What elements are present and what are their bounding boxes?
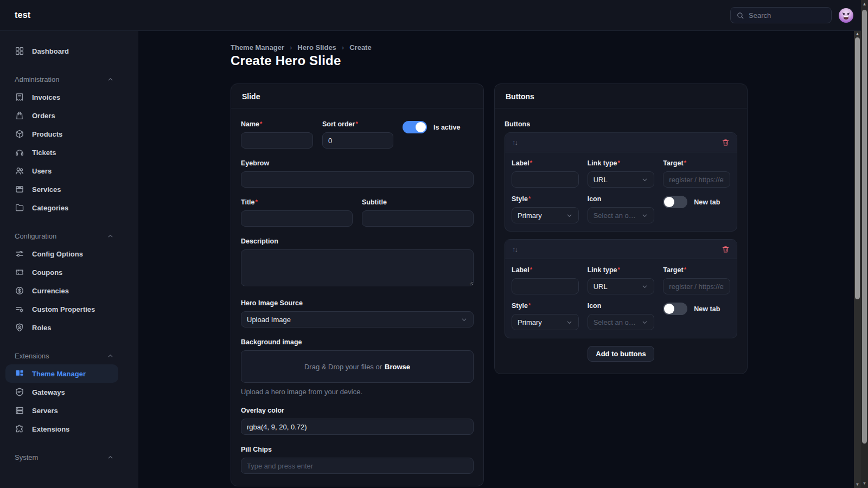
sidebar-item-dashboard[interactable]: Dashboard xyxy=(0,42,124,60)
link-type-select[interactable]: URL xyxy=(588,278,655,294)
name-field[interactable] xyxy=(241,132,313,149)
sidebar-item-products[interactable]: Products xyxy=(0,125,124,143)
search-input[interactable]: Search xyxy=(730,7,832,23)
button-item: ↑↓ Label* Link type* UR xyxy=(505,132,737,232)
breadcrumb-theme-manager[interactable]: Theme Manager xyxy=(231,43,284,52)
new-tab-toggle[interactable] xyxy=(663,196,687,208)
style-label: Style* xyxy=(512,195,579,203)
topbar: test Search xyxy=(0,0,861,31)
is-active-label: Is active xyxy=(433,124,460,131)
pill-chips-label: Pill Chips xyxy=(241,446,474,453)
window-scrollbar[interactable]: ▲ ▼ xyxy=(861,0,868,488)
sidebar-item-config-options[interactable]: Config Options xyxy=(0,245,124,263)
pill-chips-field[interactable] xyxy=(241,458,474,474)
target-field[interactable] xyxy=(663,171,730,188)
app-logo[interactable]: test xyxy=(15,10,30,20)
sidebar-item-servers[interactable]: Servers xyxy=(0,401,124,420)
services-icon xyxy=(15,184,24,194)
breadcrumb-separator: › xyxy=(342,43,344,52)
sidebar-item-label: Categories xyxy=(32,204,68,212)
sidebar-item-services[interactable]: Services xyxy=(0,180,124,198)
scrollbar-up-icon[interactable]: ▲ xyxy=(861,2,868,7)
label-field[interactable] xyxy=(512,171,579,188)
target-label: Target* xyxy=(663,266,730,274)
main-content: Theme Manager › Hero Slides › Create Cre… xyxy=(138,31,861,488)
sort-order-label: Sort order* xyxy=(322,120,393,128)
buttons-group-label: Buttons xyxy=(505,120,737,128)
sidebar-item-tickets[interactable]: Tickets xyxy=(0,143,124,162)
style-select[interactable]: Primary xyxy=(512,314,579,330)
breadcrumb-create[interactable]: Create xyxy=(349,43,371,52)
eyebrow-label: Eyebrow xyxy=(241,159,474,167)
sidebar-item-label: Currencies xyxy=(32,287,69,295)
layout-icon xyxy=(15,369,24,378)
is-active-toggle[interactable] xyxy=(403,121,427,133)
label-field[interactable] xyxy=(512,278,579,294)
buttons-card-title: Buttons xyxy=(495,84,747,108)
new-tab-toggle[interactable] xyxy=(663,303,687,315)
trash-icon[interactable] xyxy=(722,245,730,253)
avatar[interactable] xyxy=(839,8,853,23)
sidebar-item-invoices[interactable]: Invoices xyxy=(0,88,124,106)
headset-icon xyxy=(15,147,24,157)
description-field[interactable] xyxy=(241,249,474,286)
target-field[interactable] xyxy=(663,278,730,294)
drag-sort-icon[interactable]: ↑↓ xyxy=(512,138,517,146)
style-select[interactable]: Primary xyxy=(512,207,579,223)
invoice-icon xyxy=(15,92,24,102)
trash-icon[interactable] xyxy=(722,138,730,146)
eyebrow-field[interactable] xyxy=(241,171,474,188)
sidebar-section-administration[interactable]: Administration xyxy=(0,70,124,88)
coupon-icon xyxy=(15,267,24,277)
sidebar-item-categories[interactable]: Categories xyxy=(0,198,124,217)
sidebar-item-users[interactable]: Users xyxy=(0,162,124,180)
required-marker: * xyxy=(255,198,257,205)
link-type-select[interactable]: URL xyxy=(588,171,655,188)
section-title: Configuration xyxy=(15,232,56,240)
sidebar-item-label: Roles xyxy=(32,324,51,332)
drag-sort-icon[interactable]: ↑↓ xyxy=(512,245,517,253)
browse-link[interactable]: Browse xyxy=(385,363,410,371)
sidebar-item-orders[interactable]: Orders xyxy=(0,106,124,125)
sidebar-item-label: Users xyxy=(32,167,52,175)
window-scrollbar-thumb[interactable] xyxy=(862,10,867,444)
icon-label: Icon xyxy=(588,195,655,203)
subtitle-field[interactable] xyxy=(362,210,474,227)
sidebar-item-extensions[interactable]: Extensions xyxy=(0,420,124,438)
label-label: Label* xyxy=(512,266,579,274)
sidebar-section-configuration[interactable]: Configuration xyxy=(0,227,124,245)
chevron-down-icon xyxy=(461,316,468,323)
sidebar-item-label: Servers xyxy=(32,407,58,415)
sidebar-item-currencies[interactable]: Currencies xyxy=(0,281,124,300)
name-label: Name* xyxy=(241,120,313,128)
search-icon xyxy=(736,11,744,20)
icon-select[interactable]: Select an option xyxy=(588,314,655,330)
overlay-color-field[interactable] xyxy=(241,419,474,435)
sidebar-section-system[interactable]: System xyxy=(0,448,124,466)
sidebar-item-coupons[interactable]: Coupons xyxy=(0,263,124,281)
sidebar-item-theme-manager[interactable]: Theme Manager xyxy=(5,364,118,383)
scrollbar-down-icon[interactable]: ▼ xyxy=(861,481,868,486)
hero-image-source-select[interactable]: Upload Image xyxy=(241,311,474,328)
icon-select[interactable]: Select an option xyxy=(588,207,655,223)
selected-value: Primary xyxy=(518,211,542,220)
slide-card-title: Slide xyxy=(231,84,483,108)
breadcrumb: Theme Manager › Hero Slides › Create xyxy=(231,43,372,52)
page-title: Create Hero Slide xyxy=(231,53,341,68)
description-label: Description xyxy=(241,237,474,245)
cube-icon xyxy=(15,129,24,139)
sidebar-item-custom-properties[interactable]: Custom Properties xyxy=(0,300,124,318)
sidebar-item-gateways[interactable]: Gateways xyxy=(0,383,124,401)
link-type-label: Link type* xyxy=(588,266,655,274)
required-marker: * xyxy=(530,159,532,166)
sidebar-item-roles[interactable]: Roles xyxy=(0,318,124,337)
background-image-dropzone[interactable]: Drag & Drop your files or Browse xyxy=(241,350,474,383)
chevron-up-icon xyxy=(107,352,114,359)
sort-order-field[interactable] xyxy=(322,132,393,149)
breadcrumb-hero-slides[interactable]: Hero Slides xyxy=(297,43,336,52)
section-title: System xyxy=(15,453,38,461)
select-placeholder: Select an option xyxy=(593,318,639,326)
sidebar-section-extensions[interactable]: Extensions xyxy=(0,347,124,364)
title-field[interactable] xyxy=(241,210,353,227)
add-to-buttons-button[interactable]: Add to buttons xyxy=(588,346,654,362)
